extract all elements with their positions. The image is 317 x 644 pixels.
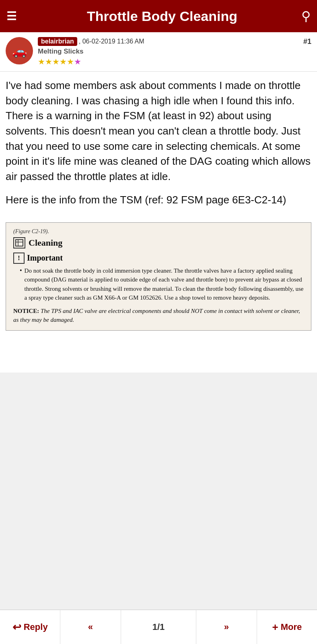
reply-button[interactable]: ↩ Reply bbox=[0, 610, 60, 644]
prev-icon: « bbox=[88, 622, 93, 632]
next-icon: » bbox=[224, 622, 229, 632]
more-button[interactable]: + More bbox=[257, 610, 317, 644]
bullet-dot: • bbox=[20, 266, 22, 275]
more-label: More bbox=[281, 622, 302, 632]
more-icon: + bbox=[272, 621, 278, 634]
username-badge[interactable]: belairbrian bbox=[38, 37, 77, 46]
tsm-bullet-item: • Do not soak the throttle body in cold … bbox=[20, 266, 304, 302]
post-date: , 06-02-2019 11:36 AM bbox=[79, 38, 144, 45]
svg-rect-0 bbox=[16, 240, 23, 246]
post-number: #1 bbox=[303, 37, 311, 46]
post-paragraph-2: Here is the info from the TSM (ref: 92 F… bbox=[6, 193, 311, 208]
figure-ref: (Figure C2-19). bbox=[13, 228, 304, 235]
user-title: Melting Slicks bbox=[38, 48, 311, 56]
tsm-notice: NOTICE: The TPS and IAC valve are electr… bbox=[13, 306, 304, 325]
notice-body: The TPS and IAC valve are electrical com… bbox=[13, 308, 300, 323]
avatar: 🚗 bbox=[6, 37, 33, 64]
page-title: Throttle Body Cleaning bbox=[23, 8, 301, 24]
cleaning-icon bbox=[13, 237, 25, 248]
bottom-toolbar: ↩ Reply « 1/1 » + More bbox=[0, 609, 317, 644]
menu-icon[interactable]: ☰ bbox=[6, 10, 16, 23]
page-info-text: 1/1 bbox=[152, 622, 165, 632]
reply-icon: ↩ bbox=[12, 621, 21, 634]
important-icon: ! bbox=[13, 253, 25, 264]
avatar-image: 🚗 bbox=[12, 44, 27, 58]
bullet-content: Do not soak the throttle body in cold im… bbox=[25, 266, 304, 302]
search-icon[interactable]: ⚲ bbox=[301, 8, 311, 24]
important-title-row: ! Important bbox=[13, 253, 304, 264]
notice-label: NOTICE: bbox=[13, 308, 39, 314]
post-body: I've had some members ask about comments… bbox=[0, 72, 317, 222]
next-button[interactable]: » bbox=[196, 610, 257, 644]
user-stars: ★★★★★★ bbox=[38, 57, 311, 66]
app-header: ☰ Throttle Body Cleaning ⚲ bbox=[0, 0, 317, 32]
content-area: 🚗 belairbrian , 06-02-2019 11:36 AM #1 M… bbox=[0, 32, 317, 373]
post-meta: belairbrian , 06-02-2019 11:36 AM #1 Mel… bbox=[38, 37, 311, 66]
tsm-section-title: Cleaning bbox=[13, 237, 304, 248]
tsm-document-image: (Figure C2-19). Cleaning ! Important • D… bbox=[6, 222, 311, 331]
important-title-text: Important bbox=[27, 253, 63, 263]
section-title-text: Cleaning bbox=[29, 238, 62, 248]
post-header: 🚗 belairbrian , 06-02-2019 11:36 AM #1 M… bbox=[0, 32, 317, 72]
tsm-body-text: • Do not soak the throttle body in cold … bbox=[13, 266, 304, 302]
prev-button[interactable]: « bbox=[60, 610, 121, 644]
post-meta-top: belairbrian , 06-02-2019 11:36 AM #1 bbox=[38, 37, 311, 46]
reply-label: Reply bbox=[24, 622, 48, 632]
post-paragraph-1: I've had some members ask about comments… bbox=[6, 78, 311, 184]
page-indicator: 1/1 bbox=[121, 610, 197, 644]
